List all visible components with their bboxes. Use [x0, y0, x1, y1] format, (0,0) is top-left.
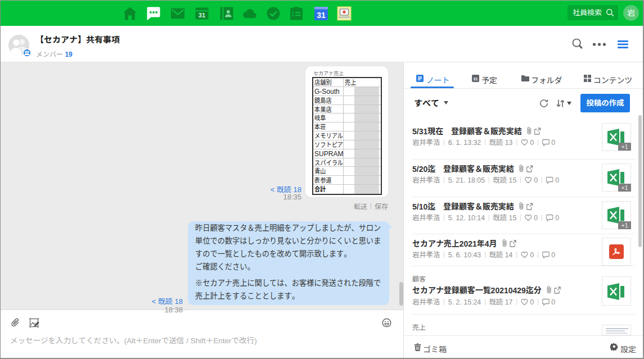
svg-text:31: 31 — [474, 77, 478, 81]
svg-text:31: 31 — [199, 12, 205, 19]
svg-text:31: 31 — [317, 11, 326, 20]
